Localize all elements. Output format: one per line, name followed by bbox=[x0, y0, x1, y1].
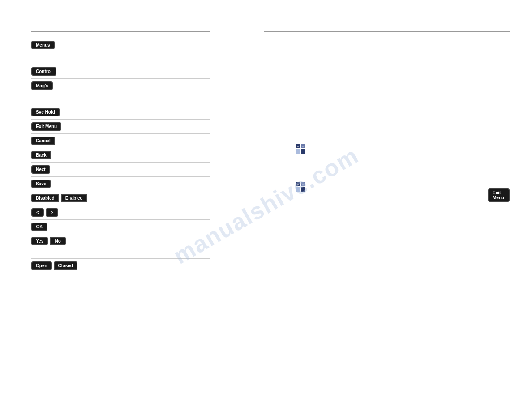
right-panel: Exit Menu bbox=[242, 0, 532, 411]
ok-button[interactable]: OK bbox=[31, 223, 47, 231]
svg-rect-11 bbox=[302, 184, 304, 185]
enabled-button[interactable]: Enabled bbox=[61, 194, 87, 202]
svg-rect-4 bbox=[297, 146, 299, 147]
prev-button[interactable]: < bbox=[31, 208, 44, 217]
section-divider-2 bbox=[31, 64, 210, 64]
section-divider-17 bbox=[31, 273, 210, 273]
disabled-button[interactable]: Disabled bbox=[31, 194, 59, 202]
yes-no-section: Yes No bbox=[31, 234, 210, 248]
svg-rect-3 bbox=[301, 149, 305, 154]
top-divider-right bbox=[264, 31, 510, 32]
section-divider-16 bbox=[31, 258, 210, 259]
menus-button[interactable]: Menus bbox=[31, 41, 55, 49]
next-button[interactable]: Next bbox=[31, 165, 50, 174]
yes-button[interactable]: Yes bbox=[31, 237, 48, 245]
section-divider-11 bbox=[31, 191, 210, 191]
svchold-button[interactable]: Svc Hold bbox=[31, 108, 60, 116]
bottom-divider-right bbox=[264, 384, 510, 384]
section-divider-10 bbox=[31, 176, 210, 177]
section-divider-4 bbox=[31, 93, 210, 93]
section-divider-5 bbox=[31, 105, 210, 105]
control-button[interactable]: Control bbox=[31, 67, 56, 76]
toggle-section: Disabled Enabled < > OK bbox=[31, 194, 210, 231]
section-divider-15 bbox=[31, 248, 210, 248]
svg-rect-8 bbox=[296, 187, 300, 192]
navigation-section: Svc Hold Exit Menu Cancel Back Next Save bbox=[31, 105, 210, 191]
cancel-button[interactable]: Cancel bbox=[31, 137, 55, 145]
exit-menu-right-container: Exit Menu bbox=[488, 188, 510, 202]
open-closed-section: Open Closed bbox=[31, 258, 210, 273]
right-panel-content: Exit Menu bbox=[264, 41, 510, 394]
section-divider-14 bbox=[31, 234, 210, 234]
section-divider-12 bbox=[31, 205, 210, 206]
section-divider-9 bbox=[31, 162, 210, 163]
left-panel: Menus Control Mag's Svc Hold bbox=[0, 0, 242, 411]
section-divider-7 bbox=[31, 133, 210, 134]
svg-rect-10 bbox=[297, 184, 299, 185]
back-button[interactable]: Back bbox=[31, 151, 51, 159]
exitmenu-button[interactable]: Exit Menu bbox=[31, 122, 61, 131]
svg-rect-2 bbox=[296, 149, 300, 154]
next-arrow-button[interactable]: > bbox=[46, 208, 58, 217]
closed-button[interactable]: Closed bbox=[54, 261, 77, 270]
grid-icon-2 bbox=[296, 182, 305, 192]
section-divider-3 bbox=[31, 78, 210, 79]
svg-rect-5 bbox=[302, 146, 304, 147]
section-divider-6 bbox=[31, 119, 210, 120]
control-section: Control Mag's bbox=[31, 64, 210, 93]
mags-button[interactable]: Mag's bbox=[31, 81, 53, 90]
grid-icon-1 bbox=[296, 144, 305, 154]
section-divider-1 bbox=[31, 52, 210, 52]
section-divider-13 bbox=[31, 219, 210, 220]
top-divider bbox=[31, 31, 210, 32]
exit-menu-right-button[interactable]: Exit Menu bbox=[488, 188, 510, 202]
section-divider-8 bbox=[31, 148, 210, 148]
grid-icon-2-container bbox=[296, 182, 305, 193]
save-button[interactable]: Save bbox=[31, 180, 51, 188]
menus-section: Menus bbox=[31, 41, 210, 52]
grid-icon-1-container bbox=[296, 144, 305, 154]
svg-rect-9 bbox=[301, 187, 305, 192]
bottom-divider-left bbox=[31, 384, 273, 384]
no-button[interactable]: No bbox=[50, 237, 66, 245]
open-button[interactable]: Open bbox=[31, 261, 52, 270]
